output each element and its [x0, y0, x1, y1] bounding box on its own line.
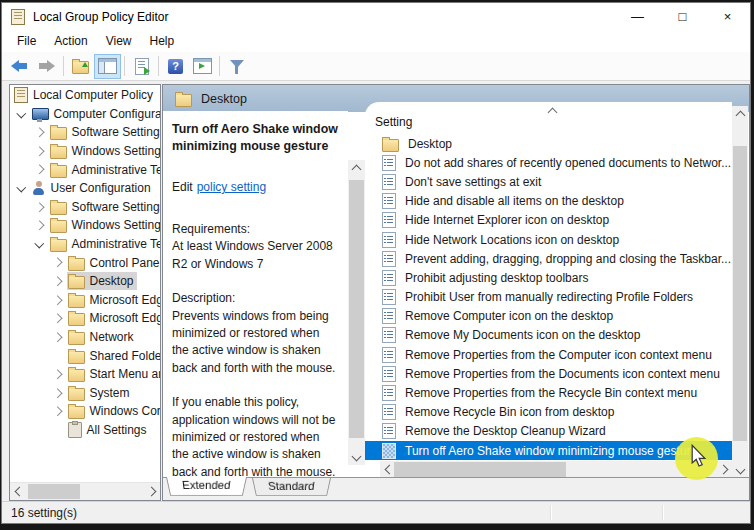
- setting-row[interactable]: Prevent adding, dragging, dropping and c…: [365, 249, 732, 268]
- minimize-button[interactable]: —: [615, 3, 660, 30]
- tree-item-body[interactable]: Network: [67, 328, 137, 346]
- expander-chevron-icon[interactable]: [53, 388, 62, 397]
- scroll-right-arrow-icon[interactable]: [716, 461, 732, 477]
- tree-item-body[interactable]: Microsoft Edg: [67, 291, 161, 309]
- setting-column-header[interactable]: Setting: [365, 102, 732, 134]
- tree-item[interactable]: Computer Configura: [10, 105, 160, 124]
- tree-item[interactable]: System: [10, 384, 160, 403]
- expander-chevron-icon[interactable]: [53, 332, 62, 341]
- expander-chevron-icon[interactable]: [35, 221, 44, 230]
- tree-item-body[interactable]: Software Settings: [49, 198, 161, 216]
- expander-chevron-icon[interactable]: [53, 370, 62, 379]
- tree-item-body[interactable]: Administrative Te: [49, 235, 161, 253]
- filter-button[interactable]: [223, 54, 250, 79]
- tree-item[interactable]: Windows Setting: [10, 216, 160, 235]
- tree-item[interactable]: User Configuration: [10, 179, 160, 198]
- tree-item[interactable]: Windows Cor: [10, 402, 160, 421]
- expander-chevron-icon[interactable]: [17, 108, 26, 117]
- menu-item[interactable]: Action: [45, 32, 96, 50]
- toolbar-separator[interactable]: [216, 56, 223, 76]
- expander-chevron-icon[interactable]: [35, 146, 44, 155]
- scrollbar-thumb[interactable]: [733, 146, 747, 441]
- policy-setting-link[interactable]: policy setting: [197, 180, 266, 194]
- scrollbar-thumb[interactable]: [394, 462, 566, 477]
- tree-item[interactable]: All Settings: [10, 421, 160, 440]
- setting-row[interactable]: Remove Properties from the Computer icon…: [365, 345, 732, 364]
- expander-chevron-icon[interactable]: [35, 128, 44, 137]
- scroll-right-arrow-icon[interactable]: [144, 483, 160, 499]
- tree-item[interactable]: Local Computer Policy: [10, 86, 160, 105]
- scrollbar-thumb[interactable]: [349, 180, 364, 438]
- setting-row[interactable]: Remove the Desktop Cleanup Wizard: [365, 422, 732, 441]
- setting-row[interactable]: Desktop: [365, 134, 732, 153]
- help-button[interactable]: ?: [162, 54, 189, 79]
- menu-item[interactable]: Help: [141, 32, 184, 50]
- tree-item[interactable]: Administrative Te: [10, 160, 160, 179]
- show-action-pane-button[interactable]: [189, 54, 216, 79]
- tree-item-body[interactable]: Control Panel: [67, 254, 161, 272]
- tree-item-body[interactable]: Windows Cor: [67, 402, 161, 420]
- expander-chevron-icon[interactable]: [35, 238, 44, 247]
- tree-item-body[interactable]: Windows Setting: [49, 142, 161, 160]
- scroll-up-arrow-icon[interactable]: [348, 160, 364, 176]
- toolbar-separator[interactable]: [60, 56, 67, 76]
- list-vertical-scrollbar[interactable]: [732, 106, 748, 478]
- tree-item[interactable]: Microsoft Edg: [10, 309, 160, 328]
- forward-button[interactable]: [33, 54, 60, 79]
- scrollbar-thumb[interactable]: [28, 484, 80, 499]
- setting-row[interactable]: Hide and disable all items on the deskto…: [365, 192, 732, 211]
- setting-row[interactable]: Hide Network Locations icon on desktop: [365, 230, 732, 249]
- setting-row[interactable]: Remove My Documents icon on the desktop: [365, 326, 732, 345]
- setting-row[interactable]: Prohibit adjusting desktop toolbars: [365, 268, 732, 287]
- tree-item-body[interactable]: Windows Setting: [49, 216, 161, 234]
- expander-chevron-icon[interactable]: [35, 202, 44, 211]
- toolbar-separator[interactable]: [121, 56, 128, 76]
- tree-item[interactable]: Software Settings: [10, 123, 160, 142]
- tree-item-body[interactable]: Local Computer Policy: [13, 86, 156, 104]
- tree-item-body[interactable]: Computer Configura: [31, 106, 161, 122]
- tree-item-body[interactable]: Microsoft Edg: [67, 309, 161, 327]
- scroll-up-arrow-icon[interactable]: [732, 106, 748, 122]
- tree-item[interactable]: Shared Folder: [10, 346, 160, 365]
- setting-row[interactable]: Don't save settings at exit: [365, 172, 732, 191]
- tree-item-body[interactable]: Administrative Te: [49, 161, 161, 179]
- menu-item[interactable]: File: [8, 32, 45, 50]
- tree-item[interactable]: Network: [10, 328, 160, 347]
- tree-item-body[interactable]: System: [67, 384, 133, 402]
- expander-chevron-icon[interactable]: [53, 295, 62, 304]
- scroll-left-arrow-icon[interactable]: [10, 483, 26, 499]
- view-tab[interactable]: Standard: [252, 478, 331, 496]
- tree-item[interactable]: Software Settings: [10, 198, 160, 217]
- expander-chevron-icon[interactable]: [17, 183, 26, 192]
- tree-item-body[interactable]: All Settings: [67, 421, 150, 439]
- tree-item-body[interactable]: Desktop: [67, 272, 137, 290]
- description-vertical-scrollbar[interactable]: [348, 160, 365, 465]
- show-console-tree-button[interactable]: [94, 54, 121, 79]
- setting-row[interactable]: Do not add shares of recently opened doc…: [365, 153, 732, 172]
- tree-item[interactable]: Start Menu ar: [10, 365, 160, 384]
- setting-row[interactable]: Remove Properties from the Documents ico…: [365, 364, 732, 383]
- setting-row[interactable]: Remove Properties from the Recycle Bin c…: [365, 383, 732, 402]
- tree-item-body[interactable]: Software Settings: [49, 123, 161, 141]
- expander-chevron-icon[interactable]: [53, 314, 62, 323]
- setting-row[interactable]: Hide Internet Explorer icon on desktop: [365, 211, 732, 230]
- export-list-button[interactable]: [128, 54, 155, 79]
- view-tab[interactable]: Extended: [166, 477, 247, 496]
- menu-item[interactable]: View: [97, 32, 141, 50]
- up-one-level-button[interactable]: [67, 54, 94, 79]
- setting-row[interactable]: Prohibit User from manually redirecting …: [365, 288, 732, 307]
- tree-item-body[interactable]: User Configuration: [31, 180, 154, 196]
- back-button[interactable]: [6, 54, 33, 79]
- setting-row[interactable]: Remove Computer icon on the desktop: [365, 307, 732, 326]
- tree-horizontal-scrollbar[interactable]: [10, 482, 160, 500]
- expander-chevron-icon[interactable]: [53, 277, 62, 286]
- tree-item[interactable]: Windows Setting: [10, 142, 160, 161]
- scroll-down-arrow-icon[interactable]: [348, 449, 364, 465]
- toolbar-separator[interactable]: [155, 56, 162, 76]
- tree-item-body[interactable]: Start Menu ar: [67, 365, 161, 383]
- expander-chevron-icon[interactable]: [35, 165, 44, 174]
- scroll-down-arrow-icon[interactable]: [732, 462, 748, 478]
- setting-row[interactable]: Remove Recycle Bin icon from desktop: [365, 403, 732, 422]
- tree-item[interactable]: Administrative Te: [10, 235, 160, 254]
- tree-item[interactable]: Microsoft Edg: [10, 291, 160, 310]
